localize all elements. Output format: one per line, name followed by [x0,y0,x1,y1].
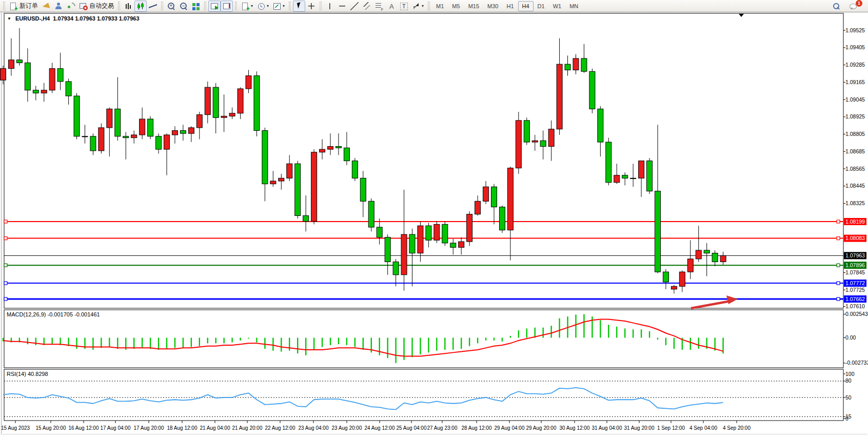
line-end-marker[interactable] [4,237,7,240]
candle [148,116,153,139]
time-tick-label: 29 Aug 04:00 [495,425,525,431]
cursor-icon [295,2,303,10]
time-tick-label: 24 Aug 12:00 [365,425,395,431]
candle [467,211,472,246]
timeframe-m15-button[interactable]: M15 [464,1,483,11]
zoom-in-button[interactable] [165,1,177,12]
chart-canvas[interactable]: 1.095251.094051.092851.091651.090451.089… [0,0,868,438]
timeframe-m30-button[interactable]: M30 [483,1,502,11]
chart-shift-button[interactable] [221,1,233,12]
time-tick-label: 23 Aug 04:00 [299,425,329,431]
line-end-marker[interactable] [4,297,7,301]
toolbar: 新订单自动交易▾▾▾▾M1M5M15M30H1H4D1W1MN1 [0,0,868,12]
timeframe-m1-button[interactable]: M1 [432,1,448,11]
macd-indicator-label: MACD(12,26,9) -0.001705 -0.001461 [7,311,100,317]
cursor-button[interactable] [293,1,305,12]
arrows-button[interactable]: ▾ [410,1,426,12]
rsi-name: RSI(14) [7,371,26,377]
candle [311,149,317,224]
candle [74,93,80,139]
tile-windows-icon [192,2,200,10]
rsi-panel[interactable] [4,369,843,421]
line-end-marker[interactable] [4,264,7,267]
periods-button[interactable]: ▾ [255,1,271,12]
horizontal-line-icon [338,2,346,10]
candlestick-mode-button[interactable] [134,1,147,12]
line-end-marker[interactable] [837,237,840,240]
price-tick-label: 1.08805 [845,131,865,137]
main-chart-panel[interactable] [4,13,843,308]
time-tick-label: 21 Aug 04:00 [200,425,230,431]
trendline-button[interactable] [348,1,361,12]
time-tick-label: 15 Aug 2023 [1,425,30,431]
tile-windows-button[interactable] [190,1,202,12]
new-order-button[interactable]: 新订单 [7,1,40,12]
time-tick-label: 17 Aug 04:00 [101,425,131,431]
fibonacci-button[interactable] [373,1,385,12]
crosshair-button[interactable] [305,1,318,12]
price-tick-label: 1.09165 [845,79,865,85]
chevron-down-icon[interactable]: ▾ [251,4,253,8]
megaphone-button[interactable] [40,1,52,12]
line-end-marker[interactable] [4,220,7,223]
mt4-window: 新订单自动交易▾▾▾▾M1M5M15M30H1H4D1W1MN1 1.09525… [0,0,868,438]
macd-axis-label: 0.002543 [845,311,868,317]
auto-trading-button[interactable]: 自动交易 [77,1,116,12]
timeframe-w1-button[interactable]: W1 [549,1,566,11]
chart-title: ▼ EURUSD-,H4 1.07934 1.07963 1.07933 1.0… [7,15,140,22]
price-tick-label: 1.09405 [845,44,865,50]
rsi-value: 40.8298 [28,371,48,377]
price-level-tag-text: 1.08199 [845,218,865,225]
timeframe-h4-button[interactable]: H4 [518,1,534,11]
price-level-tag-text: 1.07896 [845,262,865,268]
toolbar-grip [161,2,163,11]
chevron-down-icon[interactable]: ▾ [267,4,269,8]
search-button[interactable] [830,1,842,12]
toolbar-grip [204,2,206,11]
line-end-marker[interactable] [837,297,840,301]
bar-chart-mode-button[interactable] [122,1,134,12]
candle [647,158,653,194]
timeframe-mn-button[interactable]: MN [565,1,582,11]
text-label-button[interactable] [398,1,410,12]
signals-button[interactable] [65,1,77,12]
horizontal-line-button[interactable] [336,1,348,12]
zoom-out-button[interactable] [177,1,190,12]
price-tick-label: 1.09045 [845,96,865,103]
candle [254,71,260,136]
text-button[interactable] [385,1,398,12]
macd-panel[interactable] [4,310,843,368]
vertical-line-button[interactable] [324,1,336,12]
ohlc-values: 1.07934 1.07963 1.07933 1.07963 [53,15,139,22]
signals-icon [67,2,75,10]
bar-chart-mode-icon [124,2,132,10]
candle [295,161,301,218]
line-end-marker[interactable] [4,282,7,285]
line-end-marker[interactable] [837,282,840,285]
timeframe-h1-button[interactable]: H1 [502,1,518,11]
line-end-marker[interactable] [837,264,840,267]
equidistant-channel-button[interactable] [361,1,373,12]
community-button[interactable] [52,1,65,12]
price-tick-label: 1.08925 [845,113,865,120]
candle [606,138,611,186]
toolbar-grip [3,2,5,11]
line-chart-mode-button[interactable] [147,1,159,12]
chevron-down-icon[interactable]: ▾ [283,4,285,8]
notifications-button[interactable]: 1 [847,1,860,12]
notification-badge: 1 [856,0,862,7]
price-tick-label: 1.09285 [845,62,865,68]
time-tick-label: 25 Aug 04:00 [397,425,427,431]
candlestick-mode-icon [136,2,145,10]
timeframe-d1-button[interactable]: D1 [534,1,549,11]
auto-scroll-button[interactable] [208,1,221,12]
symbol-dropdown-icon[interactable]: ▼ [7,16,11,21]
arrows-icon [412,2,420,10]
rsi-axis-label: 50 [845,394,852,401]
indicators-button[interactable]: ▾ [239,1,255,12]
timeframe-m5-button[interactable]: M5 [448,1,464,11]
time-tick-label: 29 Aug 20:00 [526,425,557,431]
templates-button[interactable]: ▾ [271,1,287,12]
line-end-marker[interactable] [837,220,840,223]
chevron-down-icon[interactable]: ▾ [422,4,424,8]
